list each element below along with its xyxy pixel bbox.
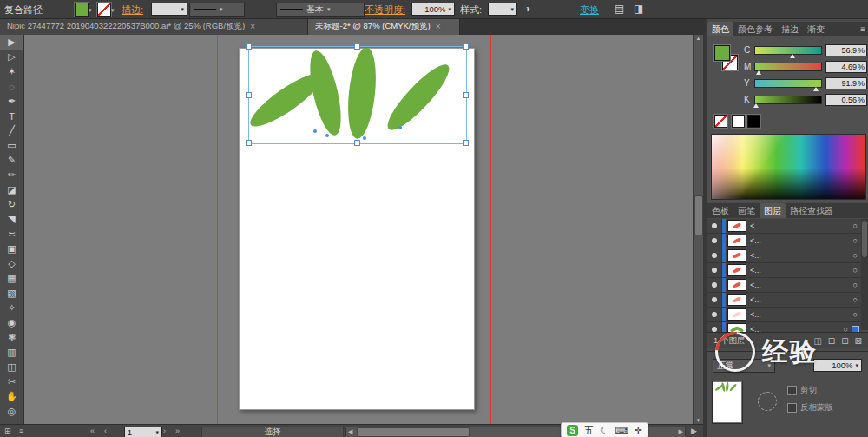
line-segment-tool[interactable]: ╱ bbox=[0, 123, 23, 138]
guide-line-left[interactable] bbox=[217, 35, 218, 424]
white-swatch[interactable] bbox=[732, 115, 745, 128]
paintbrush-tool[interactable]: ✎ bbox=[0, 153, 23, 168]
panel-menu-icon[interactable]: ≡ bbox=[860, 24, 865, 34]
direct-selection-tool[interactable]: ▷ bbox=[0, 50, 23, 64]
layer-name[interactable]: <... bbox=[750, 236, 853, 245]
opacity-field[interactable]: 100%▾ bbox=[411, 3, 455, 16]
target-icon[interactable]: ○ bbox=[853, 310, 858, 319]
transform-panel-link[interactable]: 变换 bbox=[580, 3, 599, 17]
tab-gradient[interactable]: 渐变 bbox=[803, 22, 829, 36]
pen-tool[interactable]: ✒ bbox=[0, 94, 23, 109]
black-slider[interactable] bbox=[754, 96, 822, 104]
scroll-left-icon[interactable]: ◀ bbox=[348, 428, 352, 435]
target-icon[interactable]: ○ bbox=[853, 251, 858, 260]
close-icon[interactable]: × bbox=[436, 22, 441, 31]
layer-row[interactable]: <... ○ bbox=[707, 234, 861, 248]
visibility-toggle[interactable] bbox=[707, 293, 722, 307]
mesh-tool[interactable]: ▦ bbox=[0, 271, 23, 286]
hand-tool[interactable]: ✋ bbox=[0, 389, 23, 404]
selection-handle-s[interactable] bbox=[354, 140, 360, 146]
black-value-field[interactable]: 0.56% bbox=[825, 94, 867, 106]
layer-name[interactable]: <... bbox=[750, 222, 853, 230]
next-artboard-icon[interactable]: › bbox=[163, 427, 166, 435]
vertical-scroll-thumb[interactable] bbox=[694, 195, 703, 235]
scale-tool[interactable]: ◥ bbox=[0, 212, 23, 227]
target-icon[interactable]: ○ bbox=[853, 281, 858, 289]
rotate-tool[interactable]: ↻ bbox=[0, 197, 23, 212]
layers-scroll-thumb[interactable] bbox=[862, 221, 867, 257]
clip-checkbox-row[interactable]: 剪切 bbox=[787, 385, 817, 396]
layer-name[interactable]: <... bbox=[750, 251, 853, 260]
recolor-artwork-icon[interactable]: ◑ bbox=[524, 3, 530, 15]
width-profile-dropdown[interactable]: ▾ bbox=[189, 3, 245, 17]
visibility-toggle[interactable] bbox=[707, 308, 722, 321]
fill-indicator-swatch[interactable] bbox=[714, 45, 730, 61]
visibility-toggle[interactable] bbox=[707, 278, 722, 292]
stroke-weight-field[interactable]: ▾ bbox=[151, 3, 187, 16]
tab-color[interactable]: 颜色 bbox=[707, 22, 733, 36]
delete-layer-icon[interactable]: ⊠ bbox=[855, 336, 862, 346]
tab-swatches[interactable]: 色板 bbox=[707, 203, 733, 218]
tab-layers[interactable]: 图层 bbox=[760, 203, 786, 218]
artboard-tool[interactable]: ◫ bbox=[0, 360, 23, 374]
selection-bounding-box[interactable] bbox=[248, 46, 467, 144]
magic-wand-tool[interactable]: ✶ bbox=[0, 64, 23, 79]
symbol-sprayer-tool[interactable]: ❃ bbox=[0, 330, 23, 345]
scroll-down-icon[interactable]: ▼ bbox=[694, 418, 703, 423]
color-spectrum[interactable] bbox=[711, 134, 866, 200]
tab-brushes[interactable]: 画笔 bbox=[733, 203, 760, 218]
magenta-slider-marker[interactable] bbox=[756, 70, 761, 75]
new-sublayer-icon[interactable]: ⊟ bbox=[828, 336, 835, 346]
last-artboard-icon[interactable]: » bbox=[175, 427, 180, 435]
slice-tool[interactable]: ✂ bbox=[0, 374, 23, 389]
layer-row[interactable]: <... ○ bbox=[707, 308, 861, 322]
make-clip-mask-icon[interactable]: ◫ bbox=[813, 336, 821, 346]
layer-name[interactable]: <... bbox=[750, 310, 853, 319]
visibility-toggle[interactable] bbox=[707, 219, 722, 233]
vertical-scrollbar[interactable]: ▲ ▼ bbox=[693, 35, 703, 424]
target-icon[interactable]: ○ bbox=[853, 266, 858, 275]
yellow-slider[interactable] bbox=[754, 79, 822, 88]
yellow-value-field[interactable]: 91.9% bbox=[825, 77, 867, 89]
guide-line-right[interactable] bbox=[490, 35, 491, 424]
close-icon[interactable]: × bbox=[250, 22, 255, 31]
first-artboard-icon[interactable]: « bbox=[90, 427, 95, 435]
layer-row[interactable]: <... ○ bbox=[707, 293, 861, 308]
prev-artboard-icon[interactable]: ‹ bbox=[104, 427, 107, 435]
black-slider-marker[interactable] bbox=[753, 103, 759, 108]
layer-name[interactable]: <... bbox=[750, 295, 853, 304]
column-graph-tool[interactable]: ▥ bbox=[0, 345, 23, 360]
opacity-panel-link[interactable]: 不透明度: bbox=[365, 3, 405, 17]
cyan-value-field[interactable]: 56.9% bbox=[825, 44, 867, 56]
selection-handle-se[interactable] bbox=[463, 140, 469, 146]
selection-handle-sw[interactable] bbox=[246, 140, 252, 146]
tab-color-guide[interactable]: 颜色参考 bbox=[733, 22, 777, 36]
visibility-toggle[interactable] bbox=[707, 234, 722, 248]
black-swatch[interactable] bbox=[747, 115, 760, 128]
rectangle-tool[interactable]: ▭ bbox=[0, 138, 23, 153]
yellow-slider-marker[interactable] bbox=[813, 87, 819, 91]
document-tab-1[interactable]: Nipic 27447772 2019040322220537B000.ai* … bbox=[0, 18, 308, 35]
stroke-color-swatch[interactable] bbox=[97, 3, 111, 17]
clip-checkbox[interactable] bbox=[787, 386, 797, 395]
style-dropdown[interactable]: ▾ bbox=[488, 3, 517, 16]
document-setup-icon[interactable]: ◨ bbox=[634, 3, 643, 15]
cyan-slider[interactable] bbox=[754, 46, 822, 55]
ime-logo-icon[interactable]: S bbox=[567, 425, 578, 436]
layer-row[interactable]: <... ○ bbox=[707, 263, 861, 278]
selection-handle-ne[interactable] bbox=[463, 43, 469, 50]
object-thumbnail[interactable] bbox=[713, 381, 742, 423]
eyedropper-tool[interactable]: ✧ bbox=[0, 301, 23, 315]
keyboard-icon[interactable]: ⌨ bbox=[615, 426, 628, 435]
selection-handle-n[interactable] bbox=[354, 43, 360, 50]
cyan-slider-marker[interactable] bbox=[790, 54, 795, 58]
layer-name[interactable]: <... bbox=[750, 281, 853, 289]
scroll-right-icon[interactable]: ▶ bbox=[679, 428, 683, 435]
canvas-area[interactable]: ▲ ▼ bbox=[24, 35, 703, 424]
target-icon[interactable]: ○ bbox=[853, 295, 858, 304]
invert-mask-checkbox-row[interactable]: 反相蒙版 bbox=[787, 402, 833, 414]
target-icon[interactable]: ○ bbox=[853, 222, 858, 230]
layer-row[interactable]: <... ○ bbox=[707, 278, 861, 293]
visibility-toggle[interactable] bbox=[707, 263, 722, 277]
new-layer-icon[interactable]: ⊞ bbox=[841, 336, 848, 346]
